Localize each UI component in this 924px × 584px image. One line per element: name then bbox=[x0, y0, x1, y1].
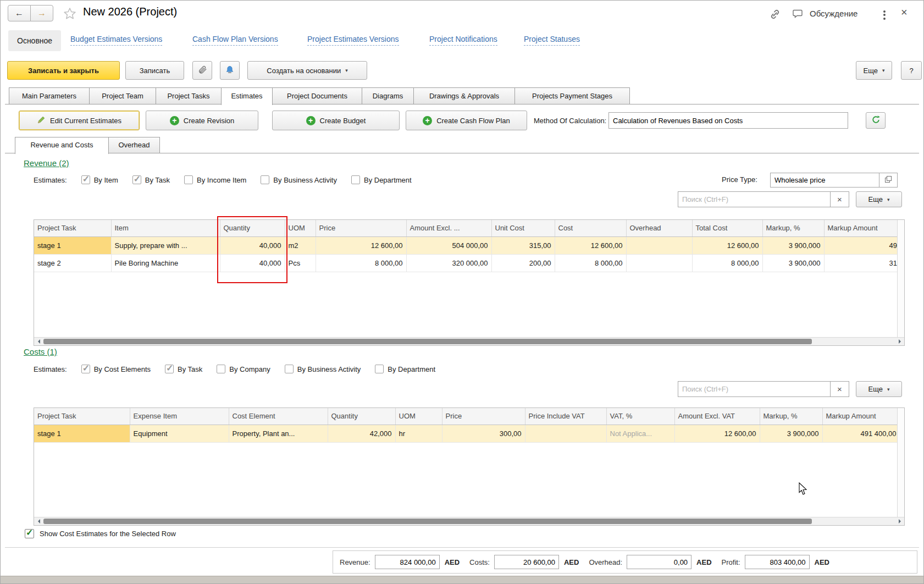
col-cost-element[interactable]: Cost Element bbox=[229, 408, 328, 425]
save-and-close-button[interactable]: Записать и закрыть bbox=[7, 61, 120, 80]
create-revision-button[interactable]: +Create Revision bbox=[146, 111, 258, 130]
checkbox-by-item[interactable] bbox=[81, 175, 90, 184]
tab-project-tasks[interactable]: Project Tasks bbox=[156, 87, 222, 104]
price-type-choose-button[interactable] bbox=[879, 173, 898, 188]
filter-by-business-activity[interactable]: By Business Activity bbox=[285, 365, 361, 373]
create-cash-flow-plan-button[interactable]: +Create Cash Flow Plan bbox=[406, 111, 527, 130]
checkbox-by-department[interactable] bbox=[375, 365, 384, 373]
tab-main-parameters[interactable]: Main Parameters bbox=[9, 87, 90, 104]
subtab-overhead[interactable]: Overhead bbox=[108, 137, 160, 153]
filter-by-task[interactable]: By Task bbox=[132, 175, 170, 184]
scrollbar-thumb[interactable] bbox=[43, 339, 812, 344]
more-button-top[interactable]: Еще▾ bbox=[856, 61, 892, 80]
col-cost[interactable]: Cost bbox=[555, 220, 626, 236]
scrollbar-thumb[interactable] bbox=[43, 519, 812, 524]
edit-current-estimates-button[interactable]: Edit Current Estimates bbox=[19, 111, 140, 130]
col-price[interactable]: Price bbox=[442, 408, 525, 425]
nav-link-project-notifications[interactable]: Project Notifications bbox=[429, 35, 497, 46]
col-markup-pct[interactable]: Markup, % bbox=[762, 220, 824, 236]
col-markup-pct[interactable]: Markup, % bbox=[760, 408, 822, 425]
tab-estimates[interactable]: Estimates bbox=[221, 87, 273, 105]
col-vat-pct[interactable]: VAT, % bbox=[606, 408, 674, 425]
attach-button[interactable] bbox=[192, 61, 212, 80]
nav-link-cash-flow-plan[interactable]: Cash Flow Plan Versions bbox=[192, 35, 278, 46]
col-total-cost[interactable]: Total Cost bbox=[692, 220, 762, 236]
profit-total-field[interactable] bbox=[745, 555, 810, 569]
filter-by-company[interactable]: By Company bbox=[217, 365, 270, 373]
close-icon[interactable]: × bbox=[901, 6, 908, 19]
create-based-on-button[interactable]: Создать на основании▾ bbox=[247, 61, 367, 80]
create-budget-button[interactable]: +Create Budget bbox=[272, 111, 400, 130]
tab-project-documents[interactable]: Project Documents bbox=[272, 87, 362, 104]
revenue-row-stage1[interactable]: stage 1 Supply, prepare with ... 40,000 … bbox=[34, 236, 905, 254]
method-of-calculation-field[interactable] bbox=[608, 112, 848, 129]
filter-by-department[interactable]: By Department bbox=[375, 365, 435, 373]
col-price-include-vat[interactable]: Price Include VAT bbox=[525, 408, 606, 425]
col-project-task[interactable]: Project Task bbox=[34, 220, 111, 236]
help-button[interactable]: ? bbox=[901, 61, 922, 80]
tab-projects-payment-stages[interactable]: Projects Payment Stages bbox=[514, 87, 630, 104]
discussion-icon[interactable] bbox=[792, 8, 804, 21]
filter-by-task[interactable]: By Task bbox=[165, 365, 202, 373]
col-item[interactable]: Item bbox=[111, 220, 220, 236]
costs-horizontal-scrollbar[interactable] bbox=[34, 517, 904, 525]
nav-link-project-statuses[interactable]: Project Statuses bbox=[524, 35, 580, 46]
show-cost-estimates-checkbox[interactable] bbox=[25, 529, 34, 538]
checkbox-by-cost-elements[interactable] bbox=[81, 365, 90, 373]
menu-kebab-icon[interactable] bbox=[881, 9, 888, 21]
save-button[interactable]: Записать bbox=[125, 61, 184, 80]
col-markup-amount[interactable]: Markup Amount bbox=[824, 220, 905, 236]
tab-project-team[interactable]: Project Team bbox=[89, 87, 156, 104]
scroll-right-icon[interactable] bbox=[895, 338, 904, 345]
tab-drawings-approvals[interactable]: Drawings & Approvals bbox=[413, 87, 515, 104]
checkbox-by-income-item[interactable] bbox=[184, 175, 193, 184]
col-expense-item[interactable]: Expense Item bbox=[130, 408, 229, 425]
costs-row-stage1[interactable]: stage 1 Equipment Property, Plant an... … bbox=[34, 425, 905, 442]
revenue-total-field[interactable] bbox=[375, 555, 440, 569]
col-project-task[interactable]: Project Task bbox=[34, 408, 130, 425]
revenue-more-button[interactable]: Еще▾ bbox=[856, 191, 902, 207]
col-overhead[interactable]: Overhead bbox=[626, 220, 692, 236]
scroll-left-icon[interactable] bbox=[34, 338, 43, 345]
forward-button[interactable]: → bbox=[30, 5, 53, 21]
scroll-right-icon[interactable] bbox=[895, 517, 904, 525]
notifications-button[interactable] bbox=[220, 61, 240, 80]
get-link-icon[interactable] bbox=[769, 8, 781, 22]
costs-search-input[interactable] bbox=[678, 381, 831, 397]
col-quantity[interactable]: Quantity bbox=[328, 408, 395, 425]
checkbox-by-business-activity[interactable] bbox=[261, 175, 269, 184]
costs-total-field[interactable] bbox=[494, 555, 559, 569]
refresh-button[interactable] bbox=[866, 112, 886, 129]
col-amount-excl-vat[interactable]: Amount Excl. VAT bbox=[674, 408, 760, 425]
filter-by-item[interactable]: By Item bbox=[81, 175, 118, 184]
costs-more-button[interactable]: Еще▾ bbox=[856, 381, 902, 397]
costs-search-clear-icon[interactable]: × bbox=[830, 381, 849, 397]
price-type-field[interactable] bbox=[770, 173, 880, 188]
checkbox-by-task[interactable] bbox=[132, 175, 141, 184]
back-button[interactable]: ← bbox=[8, 5, 31, 21]
revenue-section-link[interactable]: Revenue (2) bbox=[24, 158, 69, 168]
revenue-vertical-scrollbar[interactable] bbox=[897, 220, 904, 337]
costs-section-link[interactable]: Costs (1) bbox=[24, 347, 57, 356]
nav-section-main[interactable]: Основное bbox=[8, 30, 61, 51]
col-unit-cost[interactable]: Unit Cost bbox=[491, 220, 555, 236]
col-uom[interactable]: UOM bbox=[395, 408, 442, 425]
overhead-total-field[interactable] bbox=[627, 555, 691, 569]
favorite-star-icon[interactable] bbox=[63, 7, 77, 23]
tab-diagrams[interactable]: Diagrams bbox=[362, 87, 414, 104]
scroll-left-icon[interactable] bbox=[34, 517, 43, 525]
checkbox-by-company[interactable] bbox=[217, 365, 225, 373]
col-amount-excl[interactable]: Amount Excl. ... bbox=[406, 220, 491, 236]
revenue-horizontal-scrollbar[interactable] bbox=[34, 337, 904, 345]
checkbox-by-task[interactable] bbox=[165, 365, 174, 373]
discussion-label[interactable]: Обсуждение bbox=[810, 9, 857, 18]
nav-link-project-estimates[interactable]: Project Estimates Versions bbox=[307, 35, 399, 46]
filter-by-cost-elements[interactable]: By Cost Elements bbox=[81, 365, 151, 373]
costs-vertical-scrollbar[interactable] bbox=[897, 408, 904, 517]
filter-by-business-activity[interactable]: By Business Activity bbox=[261, 175, 337, 184]
filter-by-department[interactable]: By Department bbox=[351, 175, 412, 184]
col-price[interactable]: Price bbox=[316, 220, 406, 236]
revenue-search-input[interactable] bbox=[678, 191, 831, 207]
revenue-search-clear-icon[interactable]: × bbox=[830, 191, 849, 207]
nav-link-budget-estimates[interactable]: Budget Estimates Versions bbox=[70, 35, 162, 46]
